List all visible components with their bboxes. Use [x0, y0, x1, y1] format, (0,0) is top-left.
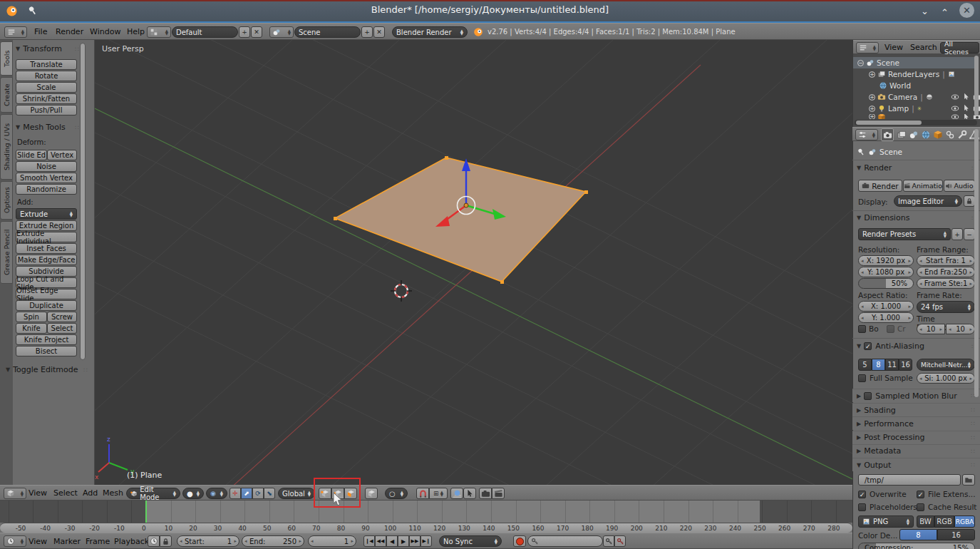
- collapsed-section-header[interactable]: ▶ Performance ∷: [852, 416, 980, 430]
- tab-shading-uvs[interactable]: Shading / UVs: [0, 114, 13, 180]
- editor-type-selector-timeline[interactable]: ▲▼: [4, 535, 26, 547]
- keying-set-field[interactable]: [527, 535, 603, 547]
- outliner-menu-view[interactable]: View: [884, 43, 903, 52]
- panel-header-transform[interactable]: ▼ Transform ∷: [16, 44, 80, 53]
- minimize-button[interactable]: ⌄: [921, 6, 929, 16]
- start-frame-field[interactable]: ◂ Start: 1 ▸: [177, 535, 239, 547]
- cache-result-checkbox[interactable]: [917, 503, 924, 511]
- engine-selector[interactable]: Blender Render ▲▼: [392, 26, 468, 38]
- layout-icon-button[interactable]: ▲▼: [147, 26, 171, 38]
- scene-icon-button[interactable]: ▲▼: [269, 26, 294, 38]
- depth-8-button[interactable]: 8: [899, 529, 937, 540]
- channels-rgb-button[interactable]: RGB: [934, 515, 954, 528]
- proportional-edit-selector[interactable]: ○ ▲▼: [385, 488, 408, 499]
- add-button[interactable]: Extrude Individual: [16, 232, 77, 242]
- tab-options[interactable]: Options: [0, 181, 13, 220]
- tab-object-icon[interactable]: [933, 130, 943, 140]
- deform-button[interactable]: Noise: [16, 161, 77, 172]
- outliner-menu-search[interactable]: Search: [910, 43, 937, 52]
- depth-16-button[interactable]: 16: [937, 529, 975, 540]
- crop-checkbox-row[interactable]: Cr: [887, 324, 906, 333]
- properties-scrollbar[interactable]: [974, 129, 979, 397]
- panel-header-toggle-editmode[interactable]: ▼ Toggle Editmode ∷: [6, 365, 88, 374]
- outliner-row-world[interactable]: World: [853, 80, 980, 91]
- resolution-x-field[interactable]: ◂X: 1920 px▸: [858, 255, 914, 266]
- timeline-body[interactable]: [0, 501, 852, 523]
- full-sample-row[interactable]: Full Sample: [858, 374, 913, 382]
- editor-type-selector-outliner[interactable]: ▲▼: [856, 42, 879, 53]
- scene-delete-button[interactable]: ✕: [373, 26, 385, 38]
- plane-mesh[interactable]: [335, 158, 586, 282]
- tab-grease-pencil[interactable]: Grease Pencil: [0, 221, 13, 284]
- manipulator-axis-button[interactable]: ✛: [229, 488, 241, 499]
- editor-type-selector-3d[interactable]: ▲▼: [4, 488, 26, 499]
- output-path-field[interactable]: /tmp/: [858, 474, 961, 486]
- frame-step-field[interactable]: ◂Frame Ste:1▸: [917, 278, 975, 289]
- transform-button[interactable]: Shrink/Fatten: [16, 93, 77, 104]
- expand-icon[interactable]: +: [869, 106, 875, 112]
- preset-add-button[interactable]: +: [951, 228, 963, 240]
- transform-button[interactable]: Scale: [16, 82, 77, 93]
- menu-file[interactable]: File: [34, 27, 47, 36]
- mode-selector[interactable]: Edit Mode ▲▼: [126, 488, 180, 499]
- transform-button[interactable]: Push/Pull: [16, 105, 77, 116]
- deform-button[interactable]: Smooth Vertex: [16, 173, 77, 183]
- outliner-row-lamp[interactable]: + Lamp | ✳: [853, 103, 980, 114]
- menu-select[interactable]: Select: [53, 488, 78, 498]
- menu-window[interactable]: Window: [90, 27, 120, 36]
- resolution-scale-slider[interactable]: 50%: [858, 278, 914, 289]
- outliner-row-camera[interactable]: + Camera |: [853, 91, 980, 103]
- collapsed-section-header[interactable]: ▶ Shading ∷: [852, 403, 980, 416]
- opengl-anim-button[interactable]: [492, 488, 505, 499]
- collapsed-section-header[interactable]: ▶ Metadata ∷: [852, 444, 980, 458]
- menu-render[interactable]: Render: [56, 27, 83, 36]
- play-button[interactable]: ▶: [398, 535, 409, 547]
- preset-remove-button[interactable]: −: [964, 228, 975, 240]
- panel-grip-icon[interactable]: ∷: [971, 448, 976, 455]
- layout-delete-button[interactable]: ✕: [251, 26, 262, 38]
- outliner-hscrollbar-track[interactable]: [855, 120, 977, 125]
- sync-mode-selector[interactable]: No Sync ▲▼: [439, 535, 502, 547]
- add-button[interactable]: Knife Project: [16, 334, 77, 345]
- menu-help[interactable]: Help: [127, 27, 145, 36]
- add-button[interactable]: Make Edge/Face: [16, 255, 77, 265]
- jump-start-button[interactable]: ❙◀: [363, 535, 375, 547]
- add-button[interactable]: Offset Edge Slide: [16, 289, 77, 299]
- remap-new-field[interactable]: ◂10▸: [946, 324, 975, 334]
- outliner-row-plane-partial[interactable]: +: [853, 114, 980, 119]
- outliner-row-scene[interactable]: − Scene: [853, 57, 979, 68]
- toolshelf-scrollbar[interactable]: [80, 43, 86, 360]
- limit-selection-button[interactable]: [365, 488, 378, 499]
- border-checkbox[interactable]: [858, 325, 866, 333]
- manipulate-centers-button[interactable]: [463, 488, 476, 499]
- add-button[interactable]: Bisect: [16, 346, 77, 356]
- aa-size-field[interactable]: ◂Si: 1.000 px▸: [917, 373, 975, 384]
- tab-world-icon[interactable]: [921, 130, 931, 140]
- tab-scene-icon[interactable]: [909, 130, 919, 140]
- scene-name-field[interactable]: Scene: [294, 26, 361, 38]
- manipulator-scale-button[interactable]: ⬊: [264, 488, 275, 499]
- lock-frame-button[interactable]: [160, 535, 172, 547]
- transform-button[interactable]: Translate: [16, 59, 77, 70]
- slide-edge-button[interactable]: Slide Ed: [16, 150, 47, 160]
- delete-keyframe-button[interactable]: [614, 535, 626, 547]
- channels-rgba-button[interactable]: RGBA: [954, 515, 975, 528]
- menu-view[interactable]: View: [29, 488, 47, 498]
- display-selector[interactable]: Image Editor ▲▼: [894, 195, 962, 207]
- panel-grip-icon[interactable]: ∷: [971, 406, 976, 414]
- panel-grip-icon[interactable]: ∷: [75, 124, 80, 131]
- tab-tools[interactable]: Tools: [0, 41, 13, 76]
- outliner-filter-selector[interactable]: All Scenes: [940, 42, 979, 53]
- full-sample-checkbox[interactable]: [858, 374, 866, 382]
- panel-grip-icon[interactable]: ∷: [971, 434, 976, 441]
- render-still-button[interactable]: Render: [858, 180, 902, 192]
- menu-view-timeline[interactable]: View: [29, 537, 47, 546]
- end-frame-prop-field[interactable]: ◂End Fra:250▸: [917, 267, 975, 277]
- outliner-vscrollbar[interactable]: [974, 56, 979, 116]
- viewport-shading-selector[interactable]: ● ▲▼: [182, 488, 204, 499]
- placeholders-row[interactable]: Placeholders: [858, 503, 917, 511]
- add-button[interactable]: Inset Faces: [16, 243, 77, 254]
- maximize-button[interactable]: ⌃: [941, 7, 949, 18]
- fps-selector[interactable]: 24 fps ▲▼: [917, 301, 975, 313]
- selectable-pointer-icon[interactable]: [962, 114, 970, 119]
